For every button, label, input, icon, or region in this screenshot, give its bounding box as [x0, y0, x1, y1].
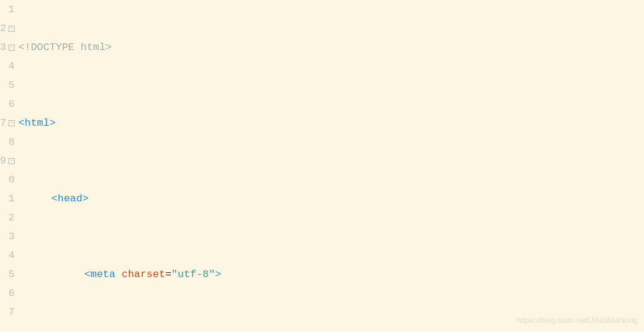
watermark: https://blog.csdn.net/JINGMaNong	[516, 311, 638, 330]
line-number: 1	[9, 0, 15, 19]
gutter-row: 1	[0, 189, 15, 208]
line-number: 2	[0, 19, 6, 38]
gutter-row: 4	[0, 57, 15, 76]
doctype-close: >	[106, 38, 112, 57]
gutter-row: 9-	[0, 151, 15, 170]
doctype-name: DOCTYPE	[31, 38, 74, 57]
tag-open: <	[84, 265, 90, 284]
attr-name: charset	[121, 265, 165, 284]
fold-icon[interactable]: -	[9, 158, 15, 164]
tag-name: meta	[90, 265, 115, 284]
doctype-rest: html	[74, 38, 106, 57]
gutter-row: 1	[0, 0, 15, 19]
line-number: 7	[9, 303, 15, 322]
line-number: 6	[9, 95, 15, 114]
line-number: 5	[9, 76, 15, 95]
tag-close: >	[49, 114, 56, 132]
line-number: 9	[0, 151, 6, 170]
code-editor: 1 2- 3- 4 5 6 7- 8 9- 0 1 2 3 4 5 6 7 <!…	[0, 0, 644, 332]
tag-open: <	[18, 114, 24, 132]
code-line: <meta charset="utf-8">	[18, 265, 644, 284]
line-number: 0	[9, 170, 15, 189]
gutter-row: 7	[0, 303, 15, 322]
gutter-row: 7-	[0, 114, 15, 132]
line-number: 3	[0, 38, 6, 57]
gutter-row: 5	[0, 265, 15, 284]
attr-value: "utf-8"	[172, 265, 215, 284]
line-number: 8	[9, 132, 15, 151]
gutter-row: 8	[0, 132, 15, 151]
line-number: 3	[9, 227, 15, 246]
tag-close: >	[82, 189, 89, 208]
line-number: 4	[9, 246, 15, 265]
code-content[interactable]: <!DOCTYPE html> <html> <head> <meta char…	[17, 0, 644, 332]
tag-name: html	[24, 114, 49, 132]
line-number: 2	[9, 208, 15, 227]
code-line: <head>	[18, 189, 644, 208]
gutter-row: 2	[0, 208, 15, 227]
gutter-row: 4	[0, 246, 15, 265]
line-number: 6	[9, 284, 15, 303]
code-line: <!DOCTYPE html>	[18, 38, 644, 57]
line-number: 5	[9, 265, 15, 284]
gutter-row: 3-	[0, 38, 15, 57]
tag-open: <	[51, 189, 57, 208]
tag-name: head	[57, 189, 82, 208]
gutter-row: 6	[0, 95, 15, 114]
fold-icon[interactable]: -	[9, 120, 15, 126]
tag-close: >	[215, 265, 221, 284]
line-number: 4	[9, 57, 15, 76]
line-number: 1	[9, 189, 15, 208]
gutter-row: 3	[0, 227, 15, 246]
code-line: <html>	[18, 114, 644, 132]
line-number: 7	[0, 114, 6, 132]
gutter-row: 5	[0, 76, 15, 95]
fold-icon[interactable]: -	[9, 26, 15, 32]
line-gutter: 1 2- 3- 4 5 6 7- 8 9- 0 1 2 3 4 5 6 7	[0, 0, 17, 332]
equals: =	[165, 265, 172, 284]
fold-icon[interactable]: -	[9, 45, 15, 51]
doctype-open: <!	[18, 38, 31, 57]
gutter-row: 6	[0, 284, 15, 303]
gutter-row: 0	[0, 170, 15, 189]
gutter-row: 2-	[0, 19, 15, 38]
